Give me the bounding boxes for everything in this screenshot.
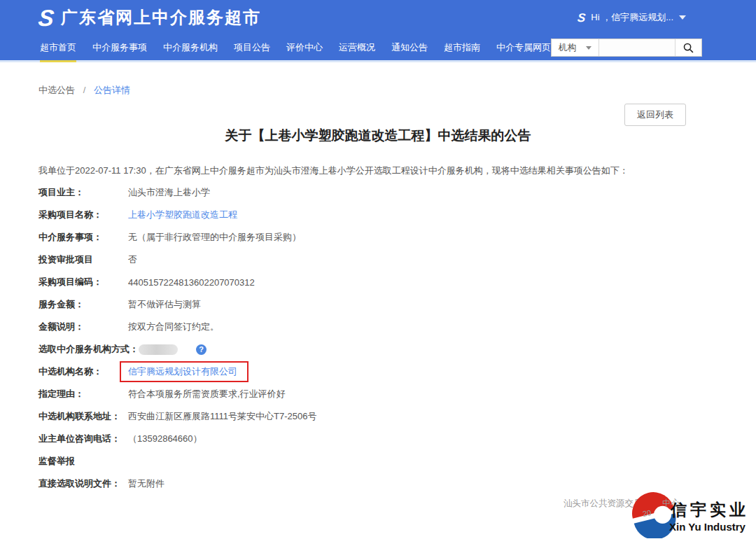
search-category-value: 机构 <box>559 42 576 54</box>
site-title: 广东省网上中介服务超市 <box>61 6 261 29</box>
field-value: 按双方合同签订约定。 <box>128 321 219 333</box>
field-label: 监督举报 <box>38 455 128 468</box>
announcement-intro: 我单位于2022-07-11 17:30，在广东省网上中介服务超市为汕头市澄海上… <box>38 164 718 177</box>
field-label: 中介服务事项： <box>38 231 128 244</box>
field-row: 中选机构名称： 信宇腾远规划设计有限公司 ? <box>38 360 718 383</box>
field-label: 金额说明： <box>38 321 128 333</box>
field-row: 服务金额： 暂不做评估与测算 ? <box>38 293 718 316</box>
field-row: 中选机构联系地址： 西安曲江新区雁展路1111号莱安中心T7-2506号 ? <box>38 405 718 428</box>
field-list: 项目业主： 汕头市澄海上巷小学 ? 采购项目名称： 上巷小学塑胶跑道改造工程 ?… <box>38 181 718 495</box>
breadcrumb-current: 公告详情 <box>94 85 130 95</box>
nav-item[interactable]: 评价中心 <box>286 35 323 60</box>
watermark-cn: 信宇实业 <box>671 499 749 521</box>
back-to-list-button[interactable]: 返回列表 <box>624 104 686 126</box>
page: S 广东省网上中介服务超市 S Hi ，信宇腾远规划... 超市首页 中介服务事… <box>0 0 756 546</box>
nav-item-label: 中介服务机构 <box>163 41 218 54</box>
field-row: 指定理由： 符合本项服务所需资质要求,行业评价好 ? <box>38 383 718 405</box>
nav-item-label: 中介专属网页 <box>496 41 551 54</box>
field-row: 选取中介服务机构方式： ? <box>38 338 718 360</box>
field-row: 项目业主： 汕头市澄海上巷小学 ? <box>38 181 718 204</box>
field-value: 汕头市澄海上巷小学 <box>128 186 210 199</box>
nav-row: 超市首页 中介服务事项 中介服务机构 项目公告 评价中心 运营概况 通知公告 超… <box>0 35 756 60</box>
nav-item-label: 超市首页 <box>40 41 76 54</box>
field-value: 否 <box>128 253 137 266</box>
field-row: 投资审批项目 否 ? <box>38 248 718 271</box>
search-bar: 机构 <box>551 38 702 57</box>
field-label: 指定理由： <box>38 388 128 400</box>
field-value: 4405157224813602207070312 <box>128 277 255 288</box>
field-label: 采购项目编码： <box>38 276 128 288</box>
field-label: 选取中介服务机构方式： <box>38 343 139 356</box>
field-label: 中选机构名称： <box>38 365 128 378</box>
nav-item-label: 通知公告 <box>391 41 428 54</box>
field-value: （13592864660） <box>128 433 202 445</box>
field-label: 投资审批项目 <box>38 253 128 266</box>
field-row: 监督举报 ? <box>38 450 718 472</box>
nav-item[interactable]: 通知公告 <box>391 35 428 60</box>
caret-down-icon <box>586 46 592 50</box>
nav-item[interactable]: 项目公告 <box>234 35 270 60</box>
field-value[interactable]: 上巷小学塑胶跑道改造工程 <box>128 209 237 221</box>
field-value: 暂无附件 <box>128 477 164 490</box>
header-underline <box>0 60 756 62</box>
field-row: 中介服务事项： 无（属于非行政管理的中介服务项目采购） ? <box>38 226 718 248</box>
nav-item[interactable]: 中介服务机构 <box>163 35 218 60</box>
site-logo-icon: S <box>37 6 55 29</box>
help-icon[interactable]: ? <box>196 344 206 355</box>
site-header: S 广东省网上中介服务超市 S Hi ，信宇腾远规划... 超市首页 中介服务事… <box>0 0 756 62</box>
nav-item-label: 运营概况 <box>339 41 375 54</box>
field-label: 服务金额： <box>38 298 128 311</box>
redacted-value <box>139 344 178 355</box>
announcement-title: 关于【上巷小学塑胶跑道改造工程】中选结果的公告 <box>38 127 718 144</box>
search-icon <box>682 42 694 54</box>
watermark-en: Xin Yu Industry <box>669 521 746 533</box>
field-row: 金额说明： 按双方合同签订约定。 ? <box>38 316 718 338</box>
nav-item[interactable]: 中介服务事项 <box>92 35 147 60</box>
nav-item-label: 超市指南 <box>444 41 480 54</box>
field-value[interactable]: 信宇腾远规划设计有限公司 <box>120 361 248 382</box>
field-value: 符合本项服务所需资质要求,行业评价好 <box>128 388 286 400</box>
field-value: 西安曲江新区雁展路1111号莱安中心T7-2506号 <box>128 410 316 423</box>
field-row: 采购项目名称： 上巷小学塑胶跑道改造工程 ? <box>38 204 718 226</box>
nav-item[interactable]: 超市首页 <box>40 35 76 60</box>
user-logo-icon: S <box>577 12 586 24</box>
field-row: 业主单位咨询电话： （13592864660） ? <box>38 428 718 450</box>
footer-date-fragment: 20 <box>642 508 652 518</box>
breadcrumb-separator: / <box>83 85 86 95</box>
field-value: 暂不做评估与测算 <box>128 298 201 311</box>
search-input[interactable] <box>599 39 675 56</box>
field-label: 项目业主： <box>38 186 128 199</box>
header-top: S 广东省网上中介服务超市 S Hi ，信宇腾远规划... <box>0 0 756 35</box>
nav-item[interactable]: 超市指南 <box>444 35 480 60</box>
breadcrumb-parent[interactable]: 中选公告 <box>38 85 75 95</box>
site-brand[interactable]: S 广东省网上中介服务超市 <box>38 6 261 29</box>
nav-item[interactable]: 运营概况 <box>339 35 375 60</box>
nav-item[interactable]: 中介专属网页 <box>496 35 551 60</box>
field-label: 采购项目名称： <box>38 209 128 221</box>
search-category-select[interactable]: 机构 <box>552 39 599 56</box>
field-row: 直接选取说明文件： 暂无附件 ? <box>38 472 718 495</box>
user-greeting: Hi ，信宇腾远规划... <box>591 11 673 24</box>
field-row: 采购项目编码： 4405157224813602207070312 ? <box>38 271 718 293</box>
field-label: 业主单位咨询电话： <box>38 433 128 445</box>
field-label: 直接选取说明文件： <box>38 477 128 490</box>
announcement-page: 中选公告 / 公告详情 返回列表 关于【上巷小学塑胶跑道改造工程】中选结果的公告… <box>0 84 756 495</box>
nav-item-label: 中介服务事项 <box>92 41 147 54</box>
field-label: 中选机构联系地址： <box>38 410 128 423</box>
caret-down-icon <box>679 15 686 20</box>
field-value: 无（属于非行政管理的中介服务项目采购） <box>128 231 301 244</box>
search-button[interactable] <box>675 39 701 56</box>
nav-item-label: 项目公告 <box>234 41 270 54</box>
user-menu[interactable]: S Hi ，信宇腾远规划... <box>578 11 686 24</box>
breadcrumb: 中选公告 / 公告详情 <box>38 84 718 97</box>
nav-item-label: 评价中心 <box>286 41 323 54</box>
main-nav: 超市首页 中介服务事项 中介服务机构 项目公告 评价中心 运营概况 通知公告 超… <box>40 35 551 60</box>
